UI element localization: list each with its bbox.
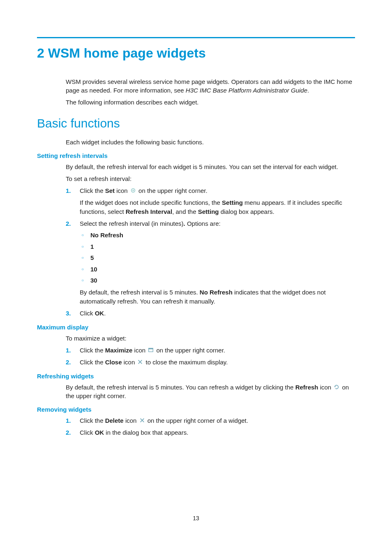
period: . (307, 87, 309, 94)
step-number: 1. (66, 186, 71, 196)
top-rule (37, 37, 355, 38)
sri-step-2: 2. Select the refresh interval (in minut… (66, 219, 355, 306)
intro-paragraph-2: The following information describes each… (66, 98, 355, 107)
guide-reference: H3C IMC Base Platform Administrator Guid… (186, 87, 307, 94)
refresh-icon (334, 383, 339, 388)
sri-step-3: 3. Click OK. (66, 309, 355, 318)
sri-desc-2: To set a refresh interval: (66, 174, 355, 183)
sri-desc-1: By default, the refresh interval for eac… (66, 162, 355, 171)
remove-steps: 1. Click the Delete icon on the upper ri… (66, 416, 355, 437)
basic-functions-intro: Each widget includes the following basic… (66, 138, 355, 146)
svg-point-1 (132, 190, 134, 191)
step-text: on the upper right corner. (137, 187, 208, 194)
remove-step-2: 2. Click OK in the dialog box that appea… (66, 428, 355, 438)
maximize-icon (148, 346, 154, 351)
step-text: Options are: (185, 220, 221, 227)
step-text: icon (115, 187, 129, 194)
subsection-refreshing: Refreshing widgets (37, 373, 355, 380)
subsection-setting-refresh: Setting refresh intervals (37, 152, 355, 159)
step-number: 2. (66, 428, 71, 438)
refresh-desc: By default, the refresh interval is 5 mi… (66, 383, 355, 400)
option-no-refresh: No Refresh (80, 231, 355, 240)
sri-step-1-sub: If the widget does not include specific … (80, 198, 355, 217)
sri-steps: 1. Click the Set icon on the upper right… (66, 186, 355, 318)
option-30: 30 (80, 276, 355, 285)
sri-step-1: 1. Click the Set icon on the upper right… (66, 186, 355, 217)
refresh-options: No Refresh 1 5 10 30 (80, 231, 355, 285)
intro-paragraph-1: WSM provides several wireless service ho… (66, 77, 355, 95)
sri-step-2-after: By default, the refresh interval is 5 mi… (80, 288, 355, 306)
remove-step-1: 1. Click the Delete icon on the upper ri… (66, 416, 355, 426)
option-10: 10 (80, 265, 355, 274)
step-text: Click the (80, 187, 105, 194)
step-number: 3. (66, 309, 71, 318)
option-5: 5 (80, 253, 355, 263)
delete-icon (139, 417, 145, 422)
max-step-2: 2. Click the Close icon to close the max… (66, 358, 355, 367)
step-number: 2. (66, 219, 71, 229)
step-text: Select the refresh interval (in minutes) (80, 220, 184, 227)
page-number: 13 (0, 515, 392, 521)
subsection-maximum-display: Maximum display (37, 324, 355, 331)
max-step-1: 1. Click the Maximize icon on the upper … (66, 346, 355, 355)
section-basic-functions: Basic functions (37, 116, 355, 130)
close-icon (137, 358, 143, 363)
set-bold: Set (105, 187, 115, 194)
step-number: 2. (66, 358, 71, 367)
gear-icon (130, 187, 136, 192)
subsection-removing: Removing widgets (37, 406, 355, 413)
page-title: 2 WSM home page widgets (37, 46, 355, 61)
step-number: 1. (66, 416, 71, 426)
svg-rect-3 (149, 348, 153, 350)
step-number: 1. (66, 346, 71, 355)
max-intro: To maximize a widget: (66, 334, 355, 343)
max-steps: 1. Click the Maximize icon on the upper … (66, 346, 355, 367)
option-1: 1 (80, 242, 355, 252)
